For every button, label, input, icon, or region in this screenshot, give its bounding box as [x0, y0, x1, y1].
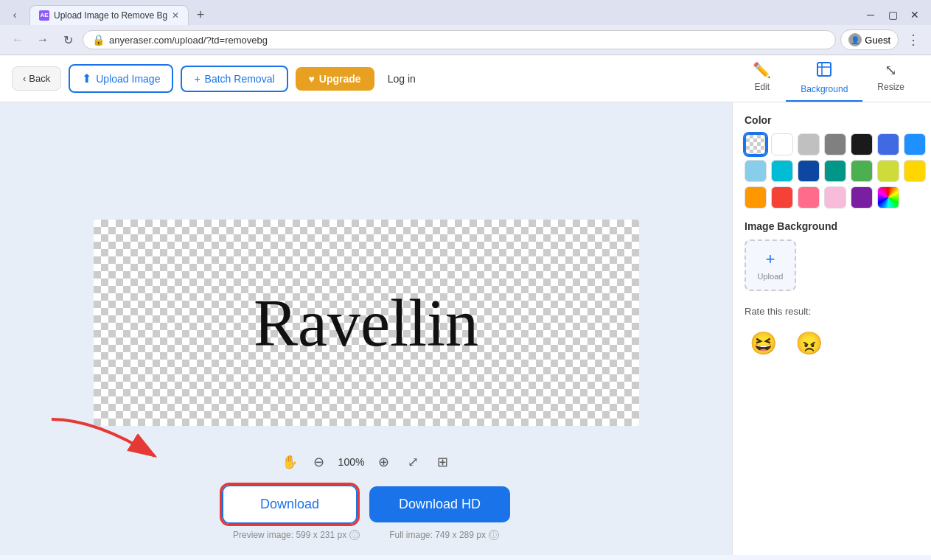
tab-bar: ‹ AE Upload Image to Remove Bg ✕ + ─ ▢ ✕: [0, 0, 931, 25]
preview-info: Preview image: 599 x 231 px ⓘ: [233, 530, 360, 540]
edit-label: Edit: [754, 82, 770, 92]
main-area: Ravellin ✋ ⊖ 100% ⊕ ⤢ ⊞: [0, 102, 931, 555]
refresh-btn[interactable]: ↻: [57, 29, 78, 50]
batch-label: Batch Removal: [205, 73, 275, 85]
active-tab[interactable]: AE Upload Image to Remove Bg ✕: [29, 5, 189, 25]
color-royal-blue[interactable]: [877, 133, 899, 155]
color-black[interactable]: [851, 133, 873, 155]
tab-title: Upload Image to Remove Bg: [54, 10, 167, 21]
forward-nav-btn[interactable]: →: [32, 29, 53, 50]
upload-plus-icon: +: [766, 250, 775, 269]
arrow-overlay: [37, 412, 170, 474]
tab-resize[interactable]: ⤡ Resize: [862, 55, 919, 102]
rate-title: Rate this result:: [745, 306, 919, 317]
batch-removal-button[interactable]: + Batch Removal: [181, 66, 287, 92]
tab-background[interactable]: Background: [786, 55, 862, 102]
tab-close-btn[interactable]: ✕: [172, 10, 179, 21]
fit-screen-button[interactable]: ⤢: [402, 450, 425, 474]
color-yellow[interactable]: [904, 160, 926, 182]
rate-section: Rate this result: 😆 😠: [745, 306, 919, 361]
download-hd-label: Download HD: [399, 497, 481, 511]
image-background-section: Image Background + Upload: [745, 220, 919, 291]
back-chevron-icon: ‹: [23, 73, 26, 84]
image-container: Ravellin: [94, 220, 639, 426]
preview-info-icon: ⓘ: [349, 530, 360, 540]
tab-nav-arrows: ‹: [6, 6, 24, 24]
color-red[interactable]: [771, 186, 793, 209]
back-nav-btn[interactable]: ←: [7, 29, 28, 50]
minimize-button[interactable]: ─: [860, 4, 881, 25]
rate-positive-button[interactable]: 😆: [745, 324, 781, 361]
color-yellow-green[interactable]: [877, 160, 899, 182]
color-rainbow[interactable]: [877, 186, 899, 209]
zoom-out-button[interactable]: ⊖: [307, 450, 331, 474]
batch-icon: +: [194, 73, 200, 85]
download-hd-button[interactable]: Download HD: [369, 486, 510, 522]
zoom-in-button[interactable]: ⊕: [372, 450, 396, 474]
browser-menu-button[interactable]: ⋮: [903, 29, 924, 50]
profile-button[interactable]: 👤 Guest: [840, 29, 899, 50]
canvas-image: Ravellin: [94, 220, 639, 426]
full-info-icon: ⓘ: [489, 530, 499, 540]
sidebar: Color Imag: [732, 102, 931, 555]
upload-label: Upload Image: [96, 73, 160, 85]
download-label: Download: [260, 497, 319, 511]
full-info: Full image: 749 x 289 px ⓘ: [389, 530, 499, 540]
upload-image-button[interactable]: ⬆ Upload Image: [69, 64, 173, 93]
info-row: Preview image: 599 x 231 px ⓘ Full image…: [233, 530, 499, 540]
new-tab-button[interactable]: +: [192, 6, 209, 24]
tab-prev-btn[interactable]: ‹: [6, 6, 24, 24]
upload-bg-label: Upload: [758, 272, 784, 281]
color-teal[interactable]: [824, 160, 846, 182]
color-transparent[interactable]: [745, 133, 767, 155]
login-label: Log in: [388, 73, 416, 85]
svg-rect-0: [817, 63, 831, 76]
edit-icon: ✏️: [753, 61, 771, 79]
app-header: ‹ Back ⬆ Upload Image + Batch Removal ♥ …: [0, 55, 931, 102]
resize-label: Resize: [877, 82, 904, 92]
color-white[interactable]: [771, 133, 793, 155]
profile-label: Guest: [865, 35, 890, 46]
address-bar-row: ← → ↻ 🔒 anyeraser.com/upload/?td=removeb…: [0, 25, 931, 55]
upgrade-button[interactable]: ♥ Upgrade: [296, 67, 374, 91]
tab-favicon: AE: [39, 10, 49, 21]
color-pink[interactable]: [798, 186, 820, 209]
color-lightgray[interactable]: [798, 133, 820, 155]
color-light-blue[interactable]: [745, 160, 767, 182]
url-text: anyeraser.com/upload/?td=removebg: [109, 35, 826, 46]
color-gray[interactable]: [824, 133, 846, 155]
background-label: Background: [801, 84, 848, 94]
rate-negative-button[interactable]: 😠: [790, 324, 827, 361]
zoom-level: 100%: [337, 456, 366, 468]
upload-background-button[interactable]: + Upload: [745, 239, 796, 291]
tool-tabs: ✏️ Edit Background ⤡ Resize: [738, 55, 919, 102]
image-bg-title: Image Background: [745, 220, 919, 232]
browser-chrome: ‹ AE Upload Image to Remove Bg ✕ + ─ ▢ ✕…: [0, 0, 931, 55]
close-window-button[interactable]: ✕: [904, 4, 925, 25]
upload-icon: ⬆: [82, 71, 91, 85]
background-icon: [816, 61, 832, 81]
maximize-button[interactable]: ▢: [882, 4, 903, 25]
tab-edit[interactable]: ✏️ Edit: [738, 55, 786, 102]
download-button[interactable]: Download: [222, 485, 358, 524]
color-purple[interactable]: [851, 186, 873, 209]
color-orange[interactable]: [745, 186, 767, 209]
color-section-title: Color: [745, 114, 919, 126]
hand-tool-button[interactable]: ✋: [278, 450, 301, 474]
split-view-button[interactable]: ⊞: [431, 450, 455, 474]
download-section: Download Download HD Preview image: 599 …: [182, 485, 551, 540]
download-row: Download Download HD: [182, 485, 551, 524]
signature-text: Ravellin: [254, 285, 478, 361]
upgrade-label: Upgrade: [319, 73, 361, 85]
login-button[interactable]: Log in: [382, 67, 422, 91]
address-bar[interactable]: 🔒 anyeraser.com/upload/?td=removebg: [83, 30, 836, 49]
canvas-area[interactable]: Ravellin ✋ ⊖ 100% ⊕ ⤢ ⊞: [0, 102, 732, 555]
color-cyan[interactable]: [771, 160, 793, 182]
color-green[interactable]: [851, 160, 873, 182]
back-button[interactable]: ‹ Back: [12, 66, 61, 91]
preview-info-text: Preview image: 599 x 231 px: [233, 530, 346, 540]
color-dodger-blue[interactable]: [904, 133, 926, 155]
window-controls: ─ ▢ ✕: [860, 4, 925, 25]
color-dark-blue[interactable]: [798, 160, 820, 182]
color-light-pink[interactable]: [824, 186, 846, 209]
